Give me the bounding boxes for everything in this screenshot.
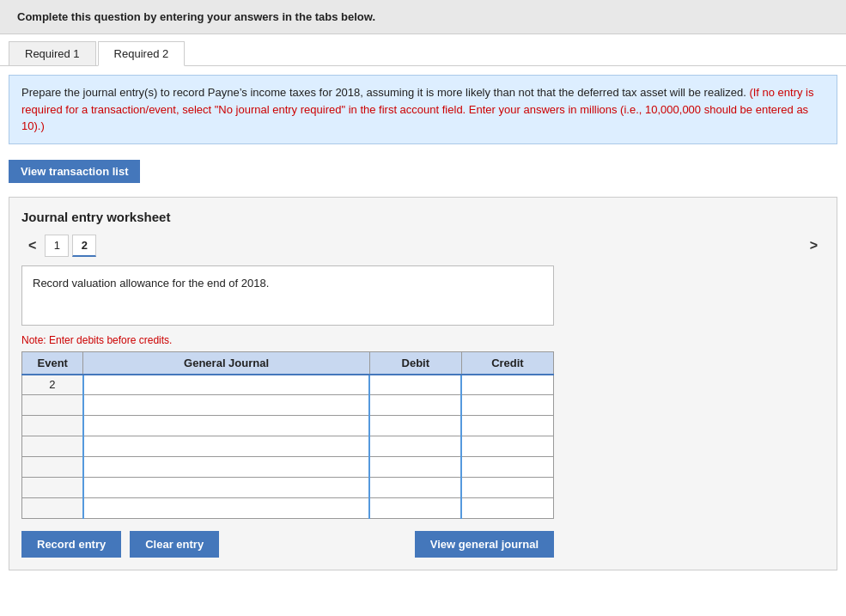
tabs-area: Required 1 Required 2 <box>0 34 846 66</box>
credit-input-3[interactable] <box>466 440 550 453</box>
instruction-bar: Complete this question by entering your … <box>0 0 846 34</box>
journal-worksheet: Journal entry worksheet < 1 2 > Record v… <box>9 197 837 571</box>
view-transaction-btn[interactable]: View transaction list <box>9 160 140 183</box>
table-row-event-6 <box>22 498 83 519</box>
table-row-gj-4[interactable] <box>83 457 369 478</box>
worksheet-title: Journal entry worksheet <box>21 210 825 224</box>
table-row-credit-4[interactable] <box>461 457 553 478</box>
page-wrapper: Complete this question by entering your … <box>0 0 846 616</box>
debit-input-0[interactable] <box>374 378 457 391</box>
table-row-credit-1[interactable] <box>461 395 553 416</box>
gj-input-0[interactable] <box>88 378 365 391</box>
page-nav: < 1 2 > <box>21 235 825 257</box>
journal-table: Event General Journal Debit Credit 2 <box>21 351 554 520</box>
col-header-debit: Debit <box>369 351 461 375</box>
gj-input-1[interactable] <box>88 399 365 412</box>
page-num-1[interactable]: 1 <box>45 235 69 257</box>
gj-input-4[interactable] <box>88 460 365 473</box>
table-row-event-4 <box>22 457 83 478</box>
table-row-debit-3[interactable] <box>369 436 461 457</box>
credit-input-1[interactable] <box>466 399 550 412</box>
debit-input-3[interactable] <box>374 440 457 453</box>
info-main-text: Prepare the journal entry(s) to record P… <box>21 86 746 99</box>
record-description-text: Record valuation allowance for the end o… <box>33 277 269 290</box>
table-row-gj-0[interactable] <box>83 375 369 395</box>
clear-entry-button[interactable]: Clear entry <box>130 531 219 558</box>
table-row-credit-0[interactable] <box>461 375 553 395</box>
table-row-event-0: 2 <box>22 375 83 395</box>
table-row-event-2 <box>22 416 83 436</box>
col-header-general-journal: General Journal <box>83 351 369 375</box>
tab-required-2[interactable]: Required 2 <box>98 41 186 66</box>
table-row-credit-2[interactable] <box>461 416 553 436</box>
info-block: Prepare the journal entry(s) to record P… <box>9 75 837 144</box>
col-header-event: Event <box>22 351 83 375</box>
table-row-gj-2[interactable] <box>83 416 369 436</box>
table-row-debit-0[interactable] <box>369 375 461 395</box>
credit-input-6[interactable] <box>466 502 550 515</box>
debit-input-6[interactable] <box>374 502 457 515</box>
credit-input-5[interactable] <box>466 481 550 494</box>
note-text: Note: Enter debits before credits. <box>21 334 825 346</box>
gj-input-6[interactable] <box>88 502 365 515</box>
debit-input-1[interactable] <box>374 399 457 412</box>
table-row-debit-2[interactable] <box>369 416 461 436</box>
table-row-credit-5[interactable] <box>461 478 553 498</box>
table-row-gj-3[interactable] <box>83 436 369 457</box>
debit-input-2[interactable] <box>374 419 457 432</box>
record-entry-button[interactable]: Record entry <box>21 531 121 558</box>
gj-input-5[interactable] <box>88 481 365 494</box>
nav-next-arrow[interactable]: > <box>803 236 825 255</box>
table-row-gj-6[interactable] <box>83 498 369 519</box>
debit-input-5[interactable] <box>374 481 457 494</box>
instruction-text: Complete this question by entering your … <box>17 10 375 23</box>
table-row-event-3 <box>22 436 83 457</box>
table-row-debit-4[interactable] <box>369 457 461 478</box>
nav-prev-arrow[interactable]: < <box>21 236 43 255</box>
table-row-event-5 <box>22 478 83 498</box>
bottom-buttons: Record entry Clear entry View general jo… <box>21 531 554 558</box>
table-row-credit-6[interactable] <box>461 498 553 519</box>
table-row-event-1 <box>22 395 83 416</box>
table-row-gj-5[interactable] <box>83 478 369 498</box>
gj-input-3[interactable] <box>88 440 365 453</box>
credit-input-4[interactable] <box>466 460 550 473</box>
record-description-box: Record valuation allowance for the end o… <box>21 265 554 326</box>
tab-required-1[interactable]: Required 1 <box>9 41 96 65</box>
gj-input-2[interactable] <box>88 419 365 432</box>
table-row-debit-1[interactable] <box>369 395 461 416</box>
credit-input-0[interactable] <box>466 378 550 391</box>
table-row-debit-6[interactable] <box>369 498 461 519</box>
table-row-credit-3[interactable] <box>461 436 553 457</box>
page-num-2[interactable]: 2 <box>72 235 96 257</box>
view-general-journal-button[interactable]: View general journal <box>415 531 554 558</box>
credit-input-2[interactable] <box>466 419 550 432</box>
table-row-debit-5[interactable] <box>369 478 461 498</box>
col-header-credit: Credit <box>461 351 553 375</box>
table-row-gj-1[interactable] <box>83 395 369 416</box>
debit-input-4[interactable] <box>374 460 457 473</box>
